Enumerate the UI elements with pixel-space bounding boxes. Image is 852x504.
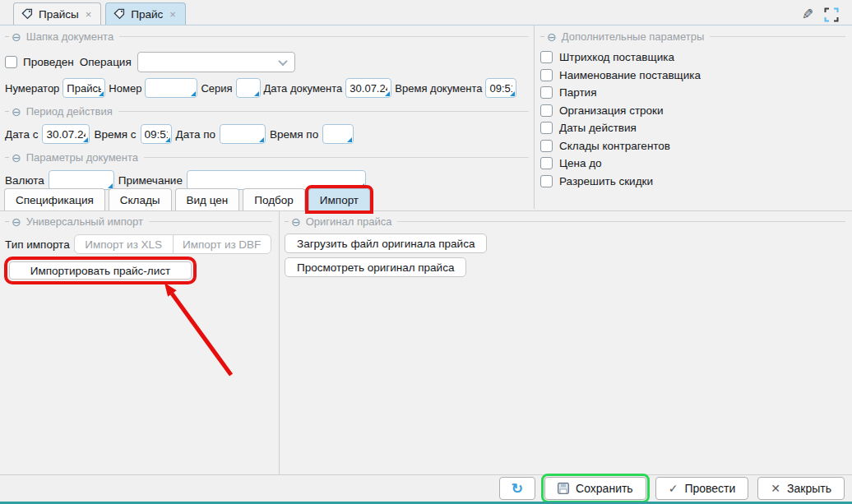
collapse-icon[interactable]: ⊖ [12,216,21,228]
posted-checkbox[interactable] [5,56,17,68]
series-label: Серия [201,82,232,95]
checkbox-label: Штрихкод поставщика [559,51,674,63]
validity-dates-checkbox[interactable] [540,122,553,134]
operation-select[interactable] [137,52,295,72]
section-tick [5,157,9,158]
section-header-doc-params: ⊖ Параметры документа [5,151,529,164]
number-field[interactable] [145,78,197,98]
time-to-input[interactable] [323,125,353,143]
collapse-icon[interactable]: ⊖ [12,31,21,43]
document-tab-strip: Спецификация Склады Вид цен Подбор Импор… [4,188,370,210]
universal-import-panel: ⊖ Универсальный импорт Тип импорта Импор… [0,211,279,475]
collapse-icon[interactable]: ⊖ [12,152,21,164]
section-header-original-price: ⊖ Оригинал прайса [285,215,845,228]
price-until-checkbox[interactable] [540,157,553,169]
view-original-price-button[interactable]: Просмотреть оригинал прайса [285,257,466,277]
number-input[interactable] [146,79,197,97]
tab-import-active-with-red-annotation[interactable]: Импорт [308,188,370,210]
tab-specification[interactable]: Спецификация [4,188,105,210]
row-organization-checkbox[interactable] [540,104,553,117]
date-from-label: Дата с [5,128,38,141]
refresh-button[interactable]: ↻ [499,477,535,500]
section-header-universal-import: ⊖ Универсальный импорт [5,215,272,228]
refresh-icon: ↻ [512,482,523,496]
load-original-price-file-button[interactable]: Загрузить файл оригинала прайса [285,234,487,253]
collapse-icon[interactable]: ⊖ [547,31,557,43]
series-input[interactable] [237,79,260,97]
import-dbf-button[interactable]: Импорт из DBF [173,235,271,253]
save-floppy-icon [558,483,569,494]
number-label: Номер [109,82,141,95]
date-from-field[interactable] [42,124,90,144]
section-header-additional-params: ⊖ Дополнительные параметры [540,30,845,43]
collapse-icon[interactable]: ⊖ [291,216,301,228]
currency-input[interactable] [49,171,113,189]
close-tab-icon[interactable]: × [85,9,93,20]
fullscreen-icon[interactable] [824,7,839,22]
note-label: Примечание [118,174,183,187]
checkbox-label: Склады контрагентов [559,140,670,152]
counterparty-warehouses-checkbox[interactable] [540,140,553,152]
time-from-field[interactable] [141,124,172,144]
window-toolbar: ✎ [802,6,839,23]
doc-time-input[interactable] [486,79,516,97]
supplier-barcode-checkbox[interactable] [540,51,553,63]
checkbox-row-validity-dates: Даты действия [540,119,845,137]
supplier-name-checkbox[interactable] [540,69,553,81]
tab-price-type[interactable]: Вид цен [175,188,240,210]
doc-date-input[interactable] [346,79,391,97]
section-rule [397,221,845,222]
currency-label: Валюта [5,174,44,187]
check-icon: ✓ [669,482,678,495]
post-button[interactable]: ✓ Провести [655,477,749,500]
footer-action-bar: ↻ Сохранить ✓ Провести ✕ Закрыть [0,474,852,502]
tab-selection[interactable]: Подбор [243,188,305,210]
tab-warehouses[interactable]: Склады [109,188,172,210]
section-header-document: ⊖ Шапка документа [5,30,529,43]
close-x-icon: ✕ [771,482,780,495]
import-type-label: Тип импорта [5,238,70,251]
numerator-field[interactable] [63,78,105,98]
doc-time-field[interactable] [485,78,516,98]
post-label: Провести [684,482,735,495]
currency-field[interactable] [49,170,114,190]
checkbox-row-row-organization: Организация строки [540,102,845,120]
note-field[interactable] [187,170,366,190]
section-rule [118,111,529,112]
allow-discounts-checkbox[interactable] [540,175,553,187]
window-tab-label: Прайсы [39,8,79,21]
tab-label: Импорт [320,194,359,206]
batch-checkbox[interactable] [540,86,553,99]
import-xls-button[interactable]: Импорт из XLS [75,235,173,253]
section-rule [149,221,272,222]
checkbox-row-price-until: Цена до [540,155,845,173]
doc-date-field[interactable] [345,78,391,98]
section-rule [710,36,845,37]
save-button-with-green-annotation[interactable]: Сохранить [544,477,646,500]
date-from-input[interactable] [43,125,89,143]
collapse-icon[interactable]: ⊖ [12,106,21,118]
close-button[interactable]: ✕ Закрыть [757,477,845,500]
numerator-input[interactable] [63,79,104,97]
save-label: Сохранить [576,482,633,495]
tab-label: Подбор [254,194,294,206]
close-tab-icon[interactable]: × [169,9,177,20]
import-type-segmented-control: Импорт из XLS Импорт из DBF [74,234,271,254]
window-tab-price-active[interactable]: Прайс × [105,2,186,25]
series-field[interactable] [236,78,261,98]
time-to-field[interactable] [322,124,354,144]
note-input[interactable] [188,171,365,189]
tag-icon [21,8,33,20]
date-to-input[interactable] [220,125,265,143]
checkbox-label: Наименование поставщика [559,69,701,81]
time-from-label: Время с [94,128,136,141]
numerator-label: Нумератор [5,82,59,95]
date-to-field[interactable] [220,124,266,144]
window-tab-prices-list[interactable]: Прайсы × [13,2,101,25]
checkbox-label: Разрешить скидки [559,175,653,187]
edit-pencil-icon[interactable]: ✎ [802,6,813,23]
time-from-input[interactable] [141,125,171,143]
time-to-label: Время по [270,128,318,141]
checkbox-label: Партия [559,86,596,99]
chevron-down-icon [278,56,287,65]
